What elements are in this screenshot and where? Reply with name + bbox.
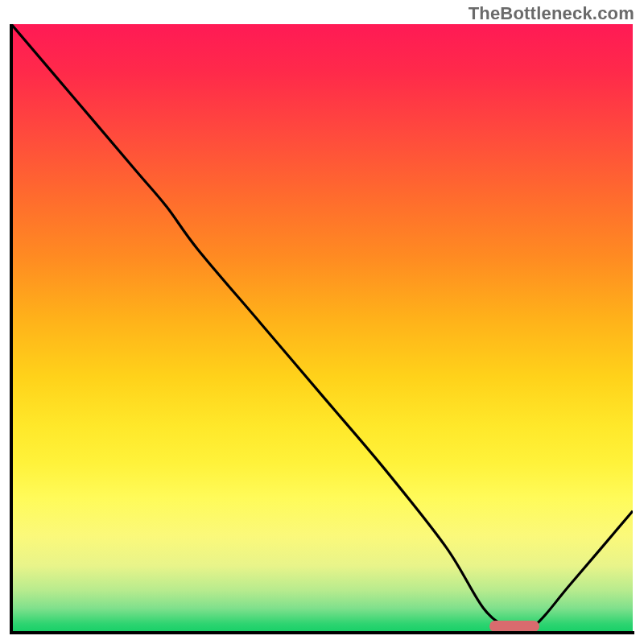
y-axis bbox=[10, 24, 13, 634]
plot-area bbox=[11, 24, 633, 633]
x-axis bbox=[10, 631, 634, 634]
watermark-text: TheBottleneck.com bbox=[469, 3, 634, 24]
bottleneck-curve-path bbox=[11, 24, 633, 630]
curve-svg bbox=[11, 24, 633, 633]
chart-frame: TheBottleneck.com bbox=[0, 0, 644, 644]
